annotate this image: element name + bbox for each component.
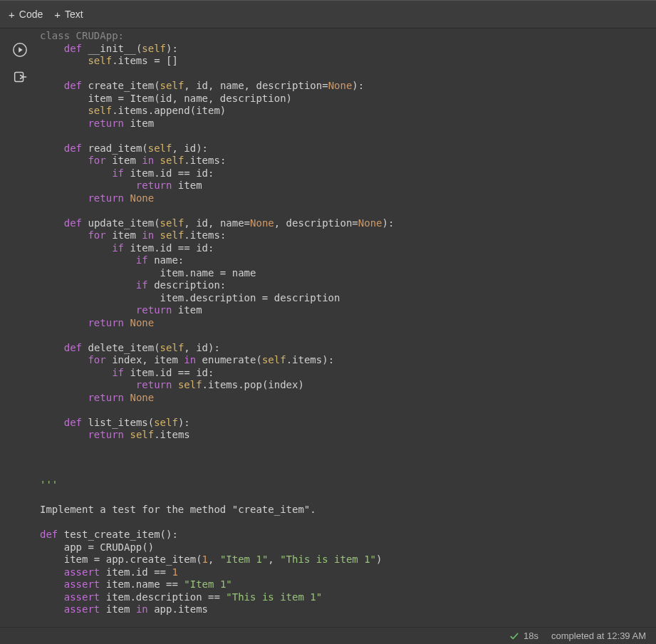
code-line: [40, 492, 656, 504]
cell-gutter: [0, 28, 40, 627]
code-line: item = app.create_item(1, "Item 1", "Thi…: [40, 554, 656, 566]
code-line: assert item.description == "This is item…: [40, 591, 656, 604]
code-line: if description:: [40, 279, 656, 292]
code-line: self.items.append(item): [40, 105, 656, 118]
add-text-cell-button[interactable]: + Text: [54, 9, 83, 20]
code-line: return item: [40, 180, 656, 192]
code-line: [40, 454, 656, 467]
plus-icon: +: [54, 9, 61, 20]
code-line: app = CRUDApp(): [40, 541, 656, 554]
code-line: return item: [40, 304, 656, 317]
code-line: def delete_item(self, id):: [40, 342, 656, 355]
code-line: assert item.id == 1: [40, 566, 656, 579]
code-line: def list_items(self):: [40, 417, 656, 430]
code-line: def create_item(self, id, name, descript…: [40, 80, 656, 93]
code-line: def __init__(self):: [40, 43, 656, 56]
svg-marker-1: [19, 47, 23, 52]
plus-icon: +: [9, 9, 15, 20]
code-line: [40, 68, 656, 80]
cell-output-toggle-button[interactable]: [11, 68, 28, 85]
code-line: def update_item(self, id, name=None, des…: [40, 217, 656, 230]
notebook-toolbar: + Code + Text: [0, 0, 656, 28]
code-line: item.description = description: [40, 292, 656, 305]
code-line: [40, 467, 656, 479]
code-line: [40, 204, 656, 217]
add-code-label: Code: [19, 9, 43, 20]
code-line: [40, 130, 656, 142]
code-line: if item.id == id:: [40, 242, 656, 255]
code-line: assert item in app.items: [40, 603, 656, 616]
code-line: return self.items: [40, 429, 656, 442]
notebook-body: class CRUDApp: def __init__(self): self.…: [0, 28, 656, 627]
code-editor[interactable]: class CRUDApp: def __init__(self): self.…: [40, 28, 656, 627]
run-cell-button[interactable]: [11, 41, 28, 58]
code-line: if item.id == id:: [40, 367, 656, 380]
code-line: [40, 616, 656, 628]
code-line: return None: [40, 317, 656, 330]
code-line: class CRUDApp:: [40, 30, 656, 43]
code-line: self.items = []: [40, 55, 656, 68]
code-line: ''': [40, 479, 656, 492]
code-line: return item: [40, 118, 656, 130]
code-line: [40, 329, 656, 342]
code-line: item.name = name: [40, 267, 656, 280]
output-arrow-icon: [12, 69, 28, 85]
code-line: item = Item(id, name, description): [40, 93, 656, 105]
code-line: for index, item in enumerate(self.items)…: [40, 354, 656, 367]
svg-rect-2: [15, 73, 24, 82]
status-bar: 18s completed at 12:39 AM: [0, 627, 656, 644]
code-line: if name:: [40, 254, 656, 267]
code-line: return None: [40, 192, 656, 205]
code-line: Implement a test for the method "create_…: [40, 504, 656, 516]
check-icon: [509, 631, 519, 641]
completed-at: completed at 12:39 AM: [551, 630, 646, 641]
code-line: return None: [40, 392, 656, 405]
code-line: [40, 442, 656, 455]
code-line: assert item.name == "Item 1": [40, 578, 656, 591]
add-text-label: Text: [65, 9, 83, 20]
code-line: if item.id == id:: [40, 167, 656, 180]
code-line: [40, 516, 656, 529]
completed-at-text: completed at 12:39 AM: [551, 630, 646, 641]
code-line: for item in self.items:: [40, 155, 656, 167]
add-code-cell-button[interactable]: + Code: [9, 9, 43, 20]
code-line: def read_item(self, id):: [40, 142, 656, 155]
code-line: for item in self.items:: [40, 229, 656, 242]
code-line: return self.items.pop(index): [40, 379, 656, 392]
execution-status: 18s: [509, 630, 538, 641]
execution-duration: 18s: [524, 630, 538, 641]
code-line: def test_create_item():: [40, 529, 656, 541]
code-line: [40, 404, 656, 417]
play-icon: [12, 42, 28, 58]
